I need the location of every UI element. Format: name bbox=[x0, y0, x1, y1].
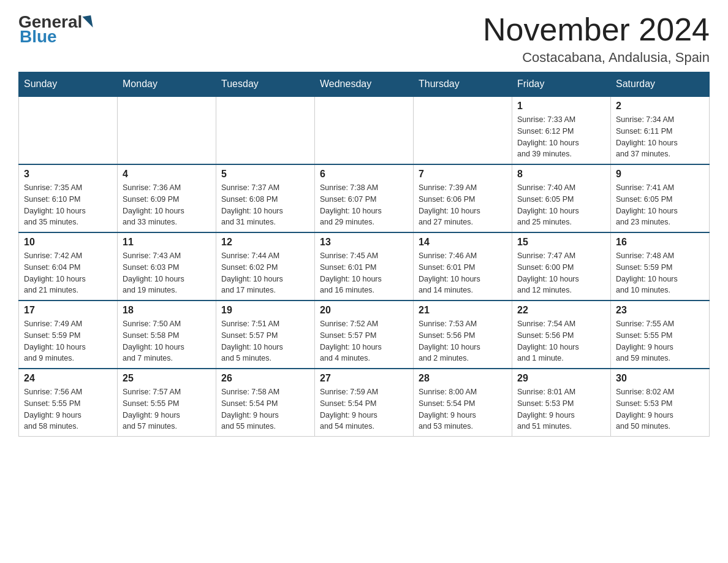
day-number: 9 bbox=[616, 169, 704, 180]
day-info: Sunrise: 7:38 AM Sunset: 6:07 PM Dayligh… bbox=[320, 182, 408, 228]
day-number: 2 bbox=[616, 101, 704, 112]
day-info: Sunrise: 7:45 AM Sunset: 6:01 PM Dayligh… bbox=[320, 250, 408, 296]
calendar-cell: 23Sunrise: 7:55 AM Sunset: 5:55 PM Dayli… bbox=[611, 301, 710, 369]
calendar-cell: 10Sunrise: 7:42 AM Sunset: 6:04 PM Dayli… bbox=[19, 232, 118, 301]
calendar-cell: 1Sunrise: 7:33 AM Sunset: 6:12 PM Daylig… bbox=[512, 96, 611, 164]
day-info: Sunrise: 7:39 AM Sunset: 6:06 PM Dayligh… bbox=[419, 182, 507, 228]
day-info: Sunrise: 7:47 AM Sunset: 6:00 PM Dayligh… bbox=[517, 250, 605, 296]
day-header-sunday: Sunday bbox=[19, 72, 118, 97]
calendar-cell: 28Sunrise: 8:00 AM Sunset: 5:54 PM Dayli… bbox=[414, 369, 512, 437]
day-info: Sunrise: 7:56 AM Sunset: 5:55 PM Dayligh… bbox=[24, 386, 112, 432]
day-number: 29 bbox=[517, 373, 605, 384]
day-info: Sunrise: 7:40 AM Sunset: 6:05 PM Dayligh… bbox=[517, 182, 605, 228]
calendar-cell: 3Sunrise: 7:35 AM Sunset: 6:10 PM Daylig… bbox=[19, 164, 118, 232]
calendar-cell: 19Sunrise: 7:51 AM Sunset: 5:57 PM Dayli… bbox=[216, 301, 315, 369]
calendar-cell: 22Sunrise: 7:54 AM Sunset: 5:56 PM Dayli… bbox=[512, 301, 611, 369]
day-info: Sunrise: 7:52 AM Sunset: 5:57 PM Dayligh… bbox=[320, 318, 408, 364]
day-number: 30 bbox=[616, 373, 704, 384]
calendar-cell bbox=[414, 96, 512, 164]
calendar-cell bbox=[118, 96, 216, 164]
day-number: 25 bbox=[123, 373, 211, 384]
day-number: 17 bbox=[24, 305, 112, 316]
calendar-cell: 16Sunrise: 7:48 AM Sunset: 5:59 PM Dayli… bbox=[611, 232, 710, 301]
calendar-table: SundayMondayTuesdayWednesdayThursdayFrid… bbox=[18, 72, 710, 437]
main-title: November 2024 bbox=[483, 12, 710, 47]
calendar-cell: 5Sunrise: 7:37 AM Sunset: 6:08 PM Daylig… bbox=[216, 164, 315, 232]
week-row-4: 17Sunrise: 7:49 AM Sunset: 5:59 PM Dayli… bbox=[19, 301, 710, 369]
day-header-wednesday: Wednesday bbox=[315, 72, 414, 97]
day-info: Sunrise: 7:51 AM Sunset: 5:57 PM Dayligh… bbox=[221, 318, 309, 364]
day-header-friday: Friday bbox=[512, 72, 611, 97]
day-number: 22 bbox=[517, 305, 605, 316]
calendar-cell: 27Sunrise: 7:59 AM Sunset: 5:54 PM Dayli… bbox=[315, 369, 414, 437]
day-info: Sunrise: 7:42 AM Sunset: 6:04 PM Dayligh… bbox=[24, 250, 112, 296]
day-number: 6 bbox=[320, 169, 408, 180]
calendar-cell: 12Sunrise: 7:44 AM Sunset: 6:02 PM Dayli… bbox=[216, 232, 315, 301]
title-area: November 2024 Costacabana, Andalusia, Sp… bbox=[483, 12, 710, 66]
day-number: 10 bbox=[24, 237, 112, 248]
day-number: 14 bbox=[419, 237, 507, 248]
calendar-cell: 4Sunrise: 7:36 AM Sunset: 6:09 PM Daylig… bbox=[118, 164, 216, 232]
calendar-cell: 25Sunrise: 7:57 AM Sunset: 5:55 PM Dayli… bbox=[118, 369, 216, 437]
day-info: Sunrise: 7:44 AM Sunset: 6:02 PM Dayligh… bbox=[221, 250, 309, 296]
page-header: General Blue November 2024 Costacabana, … bbox=[18, 12, 710, 66]
calendar-cell: 20Sunrise: 7:52 AM Sunset: 5:57 PM Dayli… bbox=[315, 301, 414, 369]
day-number: 18 bbox=[123, 305, 211, 316]
day-info: Sunrise: 7:35 AM Sunset: 6:10 PM Dayligh… bbox=[24, 182, 112, 228]
calendar-cell: 8Sunrise: 7:40 AM Sunset: 6:05 PM Daylig… bbox=[512, 164, 611, 232]
week-row-5: 24Sunrise: 7:56 AM Sunset: 5:55 PM Dayli… bbox=[19, 369, 710, 437]
calendar-cell: 30Sunrise: 8:02 AM Sunset: 5:53 PM Dayli… bbox=[611, 369, 710, 437]
day-info: Sunrise: 7:33 AM Sunset: 6:12 PM Dayligh… bbox=[517, 114, 605, 160]
day-number: 27 bbox=[320, 373, 408, 384]
day-number: 8 bbox=[517, 169, 605, 180]
day-number: 3 bbox=[24, 169, 112, 180]
day-number: 23 bbox=[616, 305, 704, 316]
day-header-thursday: Thursday bbox=[414, 72, 512, 97]
calendar-cell: 14Sunrise: 7:46 AM Sunset: 6:01 PM Dayli… bbox=[414, 232, 512, 301]
calendar-cell bbox=[315, 96, 414, 164]
day-number: 4 bbox=[123, 169, 211, 180]
day-number: 7 bbox=[419, 169, 507, 180]
day-info: Sunrise: 7:53 AM Sunset: 5:56 PM Dayligh… bbox=[419, 318, 507, 364]
day-info: Sunrise: 7:55 AM Sunset: 5:55 PM Dayligh… bbox=[616, 318, 704, 364]
day-info: Sunrise: 7:54 AM Sunset: 5:56 PM Dayligh… bbox=[517, 318, 605, 364]
day-info: Sunrise: 7:36 AM Sunset: 6:09 PM Dayligh… bbox=[123, 182, 211, 228]
calendar-cell: 11Sunrise: 7:43 AM Sunset: 6:03 PM Dayli… bbox=[118, 232, 216, 301]
day-number: 28 bbox=[419, 373, 507, 384]
calendar-header-row: SundayMondayTuesdayWednesdayThursdayFrid… bbox=[19, 72, 710, 97]
day-number: 21 bbox=[419, 305, 507, 316]
calendar-cell bbox=[216, 96, 315, 164]
calendar-cell: 17Sunrise: 7:49 AM Sunset: 5:59 PM Dayli… bbox=[19, 301, 118, 369]
day-number: 13 bbox=[320, 237, 408, 248]
day-header-tuesday: Tuesday bbox=[216, 72, 315, 97]
day-info: Sunrise: 7:41 AM Sunset: 6:05 PM Dayligh… bbox=[616, 182, 704, 228]
day-number: 20 bbox=[320, 305, 408, 316]
day-info: Sunrise: 7:58 AM Sunset: 5:54 PM Dayligh… bbox=[221, 386, 309, 432]
day-info: Sunrise: 7:48 AM Sunset: 5:59 PM Dayligh… bbox=[616, 250, 704, 296]
week-row-3: 10Sunrise: 7:42 AM Sunset: 6:04 PM Dayli… bbox=[19, 232, 710, 301]
calendar-cell: 18Sunrise: 7:50 AM Sunset: 5:58 PM Dayli… bbox=[118, 301, 216, 369]
day-number: 19 bbox=[221, 305, 309, 316]
subtitle: Costacabana, Andalusia, Spain bbox=[483, 50, 710, 66]
day-info: Sunrise: 7:34 AM Sunset: 6:11 PM Dayligh… bbox=[616, 114, 704, 160]
logo-triangle-icon bbox=[83, 15, 93, 29]
day-number: 12 bbox=[221, 237, 309, 248]
day-number: 16 bbox=[616, 237, 704, 248]
day-info: Sunrise: 7:49 AM Sunset: 5:59 PM Dayligh… bbox=[24, 318, 112, 364]
week-row-1: 1Sunrise: 7:33 AM Sunset: 6:12 PM Daylig… bbox=[19, 96, 710, 164]
day-info: Sunrise: 7:57 AM Sunset: 5:55 PM Dayligh… bbox=[123, 386, 211, 432]
calendar-cell bbox=[19, 96, 118, 164]
day-info: Sunrise: 7:59 AM Sunset: 5:54 PM Dayligh… bbox=[320, 386, 408, 432]
day-info: Sunrise: 7:37 AM Sunset: 6:08 PM Dayligh… bbox=[221, 182, 309, 228]
calendar-cell: 2Sunrise: 7:34 AM Sunset: 6:11 PM Daylig… bbox=[611, 96, 710, 164]
day-number: 11 bbox=[123, 237, 211, 248]
calendar-cell: 9Sunrise: 7:41 AM Sunset: 6:05 PM Daylig… bbox=[611, 164, 710, 232]
day-number: 5 bbox=[221, 169, 309, 180]
calendar-cell: 15Sunrise: 7:47 AM Sunset: 6:00 PM Dayli… bbox=[512, 232, 611, 301]
calendar-cell: 13Sunrise: 7:45 AM Sunset: 6:01 PM Dayli… bbox=[315, 232, 414, 301]
calendar-cell: 7Sunrise: 7:39 AM Sunset: 6:06 PM Daylig… bbox=[414, 164, 512, 232]
day-number: 1 bbox=[517, 101, 605, 112]
day-info: Sunrise: 7:46 AM Sunset: 6:01 PM Dayligh… bbox=[419, 250, 507, 296]
week-row-2: 3Sunrise: 7:35 AM Sunset: 6:10 PM Daylig… bbox=[19, 164, 710, 232]
day-info: Sunrise: 8:01 AM Sunset: 5:53 PM Dayligh… bbox=[517, 386, 605, 432]
